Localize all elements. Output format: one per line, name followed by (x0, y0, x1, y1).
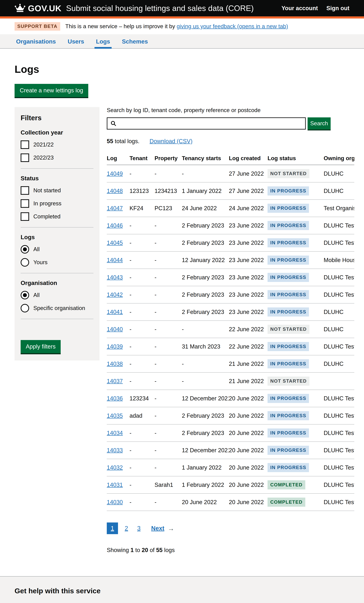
phase-banner-message: This is a new service – help us improve … (65, 23, 175, 29)
service-name[interactable]: Submit social housing lettings and sales… (66, 4, 254, 13)
property-cell: - (154, 442, 182, 459)
log-created-cell: 24 June 2022 (229, 200, 268, 217)
page-link-2[interactable]: 2 (122, 522, 130, 534)
log-link[interactable]: 14049 (107, 171, 123, 177)
checkbox-option-in-progress[interactable]: In progress (21, 199, 94, 208)
tenant-cell: - (129, 494, 154, 511)
radio-icon[interactable] (21, 245, 29, 254)
radio-option-specific-organisation[interactable]: Specific organisation (21, 304, 94, 313)
showing-to: 20 (142, 547, 148, 553)
checkbox-option-2022-23[interactable]: 2022/23 (21, 153, 94, 162)
results-summary: 55 total logs. Download (CSV) (107, 138, 354, 145)
table-row: 14045--2 February 202323 June 2022IN PRO… (107, 234, 354, 251)
log-link[interactable]: 14044 (107, 257, 123, 263)
log-link[interactable]: 14032 (107, 464, 123, 471)
tenant-cell: - (129, 476, 154, 494)
results-section: Search by log ID, tenant code, property … (107, 107, 354, 553)
checkbox-icon[interactable] (21, 153, 29, 162)
radio-icon[interactable] (21, 258, 29, 267)
log-link[interactable]: 14031 (107, 482, 123, 488)
log-link[interactable]: 14039 (107, 343, 123, 350)
property-cell: 1234213 (154, 182, 182, 200)
checkbox-option-completed[interactable]: Completed (21, 212, 94, 221)
filter-group: OrganisationAllSpecific organisation (21, 280, 94, 313)
create-lettings-log-button[interactable]: Create a new lettings log (14, 84, 88, 97)
pagination: 123Next→ (107, 522, 354, 534)
log-link[interactable]: 14041 (107, 309, 123, 315)
property-cell: - (154, 217, 182, 234)
search-input[interactable] (107, 117, 306, 129)
tenancy-starts-cell: 2 February 2023 (182, 286, 229, 303)
filter-group: StatusNot startedIn progressCompleted (21, 175, 94, 221)
radio-icon[interactable] (21, 291, 29, 299)
your-account-link[interactable]: Your account (282, 5, 318, 12)
property-cell: Sarah1 (154, 476, 182, 494)
filter-divider (21, 168, 94, 169)
checkbox-option-2021-22[interactable]: 2021/22 (21, 140, 94, 149)
column-header-property: Property (154, 152, 182, 165)
next-page-link[interactable]: Next (151, 525, 164, 532)
log-link[interactable]: 14037 (107, 378, 123, 384)
log-link[interactable]: 14040 (107, 326, 123, 332)
radio-option-yours[interactable]: Yours (21, 258, 94, 267)
nav-item-schemes[interactable]: Schemes (120, 34, 149, 48)
log-link[interactable]: 14034 (107, 430, 123, 436)
search-button[interactable]: Search (308, 117, 331, 129)
tenancy-starts-cell: 12 December 2021 (182, 442, 229, 459)
apply-filters-button[interactable]: Apply filters (21, 340, 61, 353)
log-link[interactable]: 14036 (107, 395, 123, 402)
feedback-link[interactable]: giving us your feedback (opens in a new … (177, 23, 288, 29)
header-branding[interactable]: GOV.UK Submit social housing lettings an… (14, 3, 254, 13)
filter-option-label: Specific organisation (33, 305, 85, 311)
log-created-cell: 23 June 2022 (229, 286, 268, 303)
phase-banner: SUPPORT BETA This is a new service – hel… (0, 19, 364, 34)
owning-organisation-cell: Test Organis (324, 200, 354, 217)
radio-option-all[interactable]: All (21, 245, 94, 254)
column-header-tenancy-starts: Tenancy starts (182, 152, 229, 165)
owning-organisation-cell: DLUHC Test (324, 494, 354, 511)
owning-organisation-cell: DLUHC (324, 165, 354, 182)
table-row: 14046--2 February 202323 June 2022IN PRO… (107, 217, 354, 234)
log-link[interactable]: 14046 (107, 222, 123, 229)
tenancy-starts-cell: 2 February 2023 (182, 217, 229, 234)
log-link[interactable]: 14043 (107, 274, 123, 280)
checkbox-option-not-started[interactable]: Not started (21, 186, 94, 195)
checkbox-icon[interactable] (21, 140, 29, 149)
owning-organisation-cell: DLUHC (324, 182, 354, 200)
table-row: 14043--2 February 202323 June 2022IN PRO… (107, 269, 354, 286)
log-link[interactable]: 14045 (107, 240, 123, 246)
log-created-cell: 22 June 2022 (229, 338, 268, 355)
checkbox-icon[interactable] (21, 199, 29, 208)
tenancy-starts-cell: 2 February 2023 (182, 424, 229, 442)
tenancy-starts-cell: 24 June 2022 (182, 200, 229, 217)
owning-organisation-cell: DLUHC (324, 321, 354, 338)
page-link-3[interactable]: 3 (135, 522, 143, 534)
status-badge: IN PROGRESS (268, 411, 309, 420)
radio-icon[interactable] (21, 304, 29, 313)
checkbox-icon[interactable] (21, 212, 29, 221)
log-link[interactable]: 14035 (107, 413, 123, 419)
radio-option-all[interactable]: All (21, 291, 94, 299)
log-created-cell: 23 June 2022 (229, 251, 268, 269)
filter-group: Collection year2021/222022/23 (21, 129, 94, 162)
checkbox-icon[interactable] (21, 186, 29, 195)
nav-item-logs[interactable]: Logs (94, 34, 112, 48)
log-link[interactable]: 14042 (107, 291, 123, 298)
log-created-cell: 23 June 2022 (229, 303, 268, 321)
status-badge: IN PROGRESS (268, 429, 309, 438)
tenancy-starts-cell: 2 February 2023 (182, 269, 229, 286)
log-link[interactable]: 14048 (107, 188, 123, 194)
log-link[interactable]: 14033 (107, 447, 123, 453)
sign-out-link[interactable]: Sign out (326, 5, 350, 12)
download-csv-link[interactable]: Download (CSV) (150, 138, 192, 144)
nav-item-users[interactable]: Users (66, 34, 85, 48)
tenancy-starts-cell: 1 February 2022 (182, 476, 229, 494)
nav-item-organisations[interactable]: Organisations (14, 34, 57, 48)
govuk-header: GOV.UK Submit social housing lettings an… (0, 0, 364, 19)
log-link[interactable]: 14047 (107, 205, 123, 211)
filter-option-label: 2022/23 (33, 154, 54, 161)
log-link[interactable]: 14038 (107, 361, 123, 367)
tenant-cell: 123234 (129, 390, 154, 407)
log-link[interactable]: 14030 (107, 499, 123, 505)
page-link-1[interactable]: 1 (107, 522, 118, 534)
